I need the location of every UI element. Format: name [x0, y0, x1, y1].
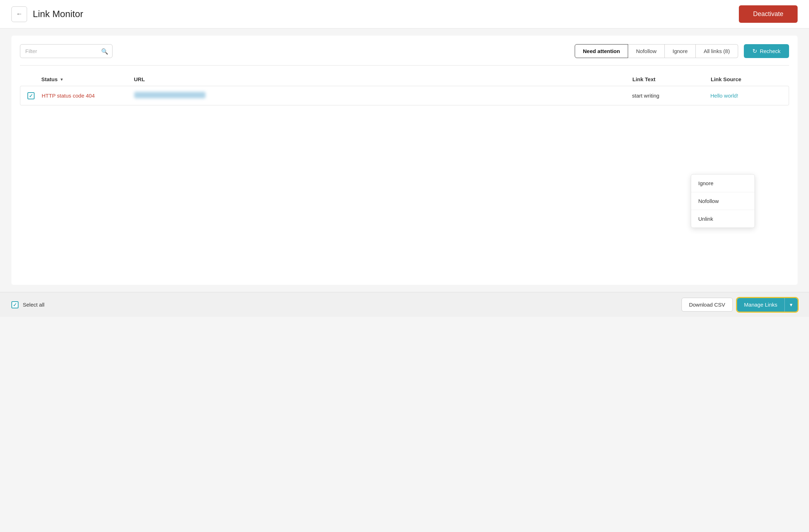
url-blurred	[134, 92, 205, 98]
link-text-cell: start writing	[632, 93, 710, 99]
filter-wrapper: 🔍	[20, 44, 113, 58]
tab-group: Need attention Nofollow Ignore All links…	[575, 44, 738, 58]
header: ← Link Monitor Deactivate	[0, 0, 809, 28]
sort-icon: ▼	[60, 77, 64, 82]
table: Status ▼ URL Link Text Link Source HTTP …	[20, 73, 789, 105]
url-cell	[134, 92, 632, 99]
dropdown-item-unlink[interactable]: Unlink	[691, 210, 755, 228]
manage-links-button[interactable]: Manage Links	[737, 298, 784, 312]
tab-need-attention[interactable]: Need attention	[575, 44, 628, 58]
back-icon: ←	[16, 10, 22, 18]
deactivate-button[interactable]: Deactivate	[739, 5, 798, 23]
dropdown-item-nofollow[interactable]: Nofollow	[691, 192, 755, 210]
checkbox-cell	[20, 92, 42, 99]
table-header: Status ▼ URL Link Text Link Source	[20, 73, 789, 86]
table-header-link-source: Link Source	[711, 76, 789, 82]
dropdown-item-ignore[interactable]: Ignore	[691, 174, 755, 192]
tab-nofollow[interactable]: Nofollow	[628, 44, 665, 58]
manage-links-wrapper: Manage Links ▾	[737, 298, 798, 312]
main-content: 🔍 Need attention Nofollow Ignore All lin…	[11, 36, 798, 285]
filter-input[interactable]	[20, 44, 113, 58]
table-row: HTTP status code 404 start writing Hello…	[20, 86, 789, 105]
select-all-wrapper: Select all	[11, 301, 45, 308]
table-header-status: Status ▼	[41, 76, 134, 82]
dropdown-menu: Ignore Nofollow Unlink	[691, 174, 755, 228]
recheck-button[interactable]: ↻ Recheck	[744, 44, 789, 58]
chevron-down-icon: ▾	[790, 302, 793, 308]
toolbar-right: Need attention Nofollow Ignore All links…	[575, 44, 789, 58]
tab-all-links[interactable]: All links (8)	[696, 44, 738, 58]
manage-links-dropdown-button[interactable]: ▾	[784, 298, 798, 312]
back-button[interactable]: ←	[11, 6, 27, 22]
toolbar: 🔍 Need attention Nofollow Ignore All lin…	[20, 44, 789, 58]
page-title: Link Monitor	[33, 9, 83, 20]
table-header-url: URL	[134, 76, 632, 82]
search-icon: 🔍	[101, 48, 108, 54]
tab-ignore[interactable]: Ignore	[665, 44, 696, 58]
select-all-label: Select all	[23, 302, 45, 308]
recheck-icon: ↻	[752, 48, 757, 54]
footer-bar: Select all Download CSV Manage Links ▾	[0, 292, 809, 317]
status-cell: HTTP status code 404	[42, 93, 134, 99]
row-checkbox[interactable]	[27, 92, 35, 99]
link-source-cell[interactable]: Hello world!	[710, 93, 789, 99]
divider	[20, 65, 789, 66]
recheck-label: Recheck	[760, 48, 781, 54]
footer-right: Download CSV Manage Links ▾	[682, 298, 798, 312]
select-all-checkbox[interactable]	[11, 301, 19, 308]
header-left: ← Link Monitor	[11, 6, 83, 22]
table-header-link-text: Link Text	[632, 76, 711, 82]
download-csv-button[interactable]: Download CSV	[682, 298, 733, 312]
status-header-label: Status	[41, 76, 58, 82]
